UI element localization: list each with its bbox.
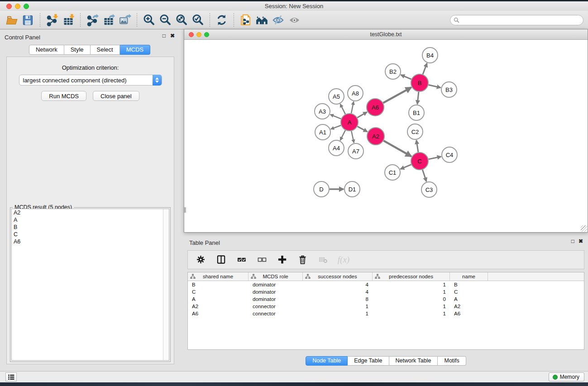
graph-node-A8[interactable]: A8 <box>348 86 363 101</box>
mcds-result-item[interactable]: A2 <box>12 209 169 216</box>
graph-edge-C-C4[interactable] <box>429 157 441 159</box>
graph-node-B2[interactable]: B2 <box>385 64 401 79</box>
mcds-result-item[interactable]: C <box>12 231 169 238</box>
graph-node-A1[interactable]: A1 <box>315 124 330 140</box>
export-table-icon[interactable] <box>100 13 117 27</box>
add-column-icon[interactable] <box>276 253 289 267</box>
graph-edge-C-C2[interactable] <box>416 140 418 152</box>
tab-network-table[interactable]: Network Table <box>389 356 438 366</box>
graph-node-D1[interactable]: D1 <box>344 181 360 197</box>
graph-edge-B-B1[interactable] <box>417 92 419 104</box>
tab-edge-table[interactable]: Edge Table <box>348 356 389 366</box>
close-panel-icon[interactable]: ✖ <box>170 33 175 38</box>
import-table-icon[interactable] <box>60 13 76 27</box>
task-history-button[interactable] <box>5 372 17 381</box>
graph-node-C2[interactable]: C2 <box>407 124 423 139</box>
graph-node-B1[interactable]: B1 <box>409 105 424 120</box>
show-eye-icon[interactable] <box>287 13 303 27</box>
run-mcds-button[interactable]: Run MCDS <box>41 91 86 101</box>
graph-node-A5[interactable]: A5 <box>329 89 344 104</box>
graph-edge-A-A6[interactable] <box>357 112 367 118</box>
graph-edge-B-B2[interactable] <box>401 75 411 79</box>
network-document-icon[interactable] <box>238 13 254 27</box>
optimization-criterion-dropdown[interactable]: largest connected component (directed) <box>19 75 162 86</box>
zoom-in-icon[interactable] <box>141 13 157 27</box>
window-resize-grip[interactable] <box>581 225 587 232</box>
graph-node-C3[interactable]: C3 <box>421 182 437 197</box>
graph-edge-A-A8[interactable] <box>351 102 354 114</box>
table-cell: C <box>450 288 488 295</box>
result-scrollbar[interactable] <box>163 209 169 360</box>
hide-graphics-eye-icon[interactable] <box>270 13 287 27</box>
export-network-icon[interactable] <box>84 13 100 27</box>
tab-motifs[interactable]: Motifs <box>438 356 466 366</box>
tab-network[interactable]: Network <box>29 45 64 55</box>
close-panel-button[interactable]: Close panel <box>93 91 139 101</box>
open-session-icon[interactable] <box>4 13 20 27</box>
graph-edge-B-B3[interactable] <box>428 85 440 87</box>
import-network-icon[interactable] <box>44 13 60 27</box>
graph-edge-C-C1[interactable] <box>401 165 411 169</box>
delete-column-icon[interactable] <box>296 253 310 267</box>
graph-node-C1[interactable]: C1 <box>385 165 400 180</box>
column-header-name[interactable]: name <box>450 272 488 281</box>
table-row[interactable]: Cdominator41C <box>188 288 584 295</box>
graph-node-C4[interactable]: C4 <box>442 147 457 162</box>
mcds-result-item[interactable]: A6 <box>12 238 169 245</box>
graph-node-A7[interactable]: A7 <box>348 143 363 159</box>
mcds-result-item[interactable]: B <box>12 224 169 231</box>
graph-node-B4[interactable]: B4 <box>422 48 438 63</box>
graph-edge-A-A5[interactable] <box>340 104 345 114</box>
table-close-panel-icon[interactable]: ✖ <box>578 238 583 244</box>
graph-edge-B-B4[interactable] <box>423 63 427 75</box>
tab-select[interactable]: Select <box>91 45 120 55</box>
graph-node-A3[interactable]: A3 <box>315 104 330 119</box>
table-row[interactable]: Adominator80A <box>188 295 584 303</box>
save-session-icon[interactable] <box>20 13 36 27</box>
tab-mcds[interactable]: MCDS <box>120 45 150 55</box>
table-row[interactable]: A6connector11A6 <box>188 310 584 317</box>
settings-gear-icon[interactable] <box>194 253 208 267</box>
memory-button[interactable]: Memory <box>549 372 584 381</box>
graph-node-A4[interactable]: A4 <box>329 140 344 156</box>
graph-edge-A-A2[interactable] <box>358 126 368 132</box>
network-canvas[interactable]: AA1A2A3A4A5A6A7A8BB1B2B3B4CC1C2C3C4DD1 <box>184 40 588 232</box>
table-row[interactable]: A2connector11A2 <box>188 303 584 310</box>
tab-node-table[interactable]: Node Table <box>306 356 348 366</box>
zoom-selected-icon[interactable] <box>190 13 206 27</box>
graph-node-A2[interactable]: A2 <box>367 128 384 145</box>
graph-node-label: A3 <box>319 108 326 115</box>
export-image-icon[interactable] <box>117 13 133 27</box>
graph-node-A6[interactable]: A6 <box>367 99 384 116</box>
deselect-all-checkboxes-icon[interactable] <box>255 253 269 267</box>
graph-edge-A-A4[interactable] <box>340 130 345 140</box>
table-row[interactable]: Bdominator41B <box>188 281 584 288</box>
graph-node-A[interactable]: A <box>341 114 358 131</box>
graph-edge-A-A7[interactable] <box>351 131 354 143</box>
graph-edge-A2-C[interactable] <box>383 141 411 157</box>
column-header-shared-name[interactable]: shared name <box>188 272 249 281</box>
graph-node-C[interactable]: C <box>411 152 428 170</box>
graph-node-B3[interactable]: B3 <box>441 82 457 97</box>
graph-node-D[interactable]: D <box>314 181 329 197</box>
tab-style[interactable]: Style <box>64 45 91 55</box>
column-header-predecessor-nodes[interactable]: predecessor nodes <box>373 272 450 281</box>
float-panel-icon[interactable]: □ <box>163 33 166 38</box>
graph-edge-A-A3[interactable] <box>330 114 341 119</box>
graph-node-B[interactable]: B <box>411 74 428 91</box>
refresh-view-icon[interactable] <box>214 13 230 27</box>
search-input[interactable] <box>461 16 583 24</box>
column-header-successor-nodes[interactable]: successor nodes <box>303 272 373 281</box>
mcds-result-item[interactable]: A <box>12 216 169 224</box>
table-float-panel-icon[interactable]: □ <box>571 238 574 244</box>
select-all-checkboxes-icon[interactable] <box>235 253 249 267</box>
houses-icon[interactable] <box>254 13 270 27</box>
graph-edge-C-C3[interactable] <box>422 170 426 181</box>
zoom-out-icon[interactable] <box>157 13 173 27</box>
graph-edge-A6-B[interactable] <box>383 87 411 103</box>
search-field[interactable] <box>450 15 583 25</box>
column-header-MCDS-role[interactable]: MCDS role <box>249 272 303 281</box>
zoom-fit-icon[interactable] <box>173 13 190 27</box>
show-columns-icon[interactable] <box>215 253 228 267</box>
graph-edge-A-A1[interactable] <box>331 125 341 129</box>
